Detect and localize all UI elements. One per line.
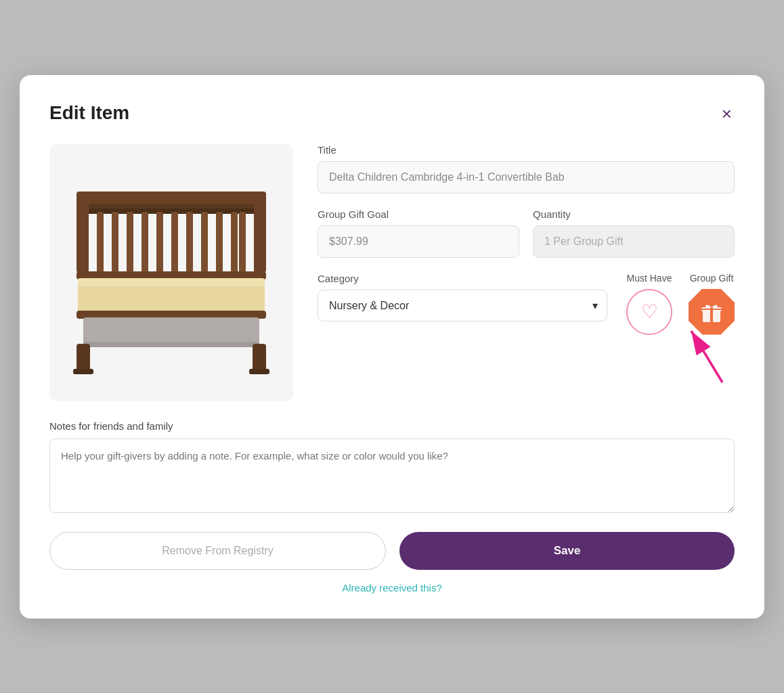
modal-header: Edit Item × xyxy=(49,102,735,125)
notes-textarea[interactable] xyxy=(49,439,735,513)
remove-button[interactable]: Remove From Registry xyxy=(49,532,386,570)
svg-rect-7 xyxy=(112,212,118,273)
quantity-input[interactable] xyxy=(533,225,735,258)
category-toggles-row: Category Nursery & Decor Clothing Feedin… xyxy=(318,273,735,336)
product-image-container xyxy=(49,144,293,401)
svg-rect-22 xyxy=(83,342,259,347)
svg-rect-16 xyxy=(239,212,246,273)
action-row: Remove From Registry Save xyxy=(49,532,735,570)
goal-input[interactable] xyxy=(318,225,519,258)
svg-rect-10 xyxy=(156,212,163,273)
svg-rect-11 xyxy=(171,212,178,273)
product-image xyxy=(63,158,280,388)
svg-rect-30 xyxy=(701,309,722,310)
title-input[interactable] xyxy=(318,161,735,194)
category-select-wrapper: Nursery & Decor Clothing Feeding Bath Tr… xyxy=(318,290,607,321)
svg-rect-24 xyxy=(253,344,266,371)
svg-rect-8 xyxy=(127,212,133,273)
gift-icon xyxy=(700,300,723,323)
group-gift-label: Group Gift xyxy=(690,273,734,284)
title-label: Title xyxy=(318,144,735,156)
notes-label: Notes for friends and family xyxy=(49,420,735,432)
svg-rect-9 xyxy=(141,212,148,273)
form-section: Title Group Gift Goal Quantity xyxy=(318,144,735,401)
svg-rect-3 xyxy=(77,192,266,204)
heart-icon: ♡ xyxy=(641,303,658,321)
category-group: Category Nursery & Decor Clothing Feedin… xyxy=(318,273,607,321)
save-button[interactable]: Save xyxy=(399,532,735,570)
svg-rect-6 xyxy=(97,212,104,273)
category-select[interactable]: Nursery & Decor Clothing Feeding Bath Tr… xyxy=(318,290,607,321)
svg-rect-15 xyxy=(231,212,238,273)
notes-section: Notes for friends and family xyxy=(49,420,735,516)
must-have-toggle: Must Have ♡ xyxy=(626,273,672,335)
received-link[interactable]: Already received this? xyxy=(342,582,442,594)
svg-rect-21 xyxy=(83,317,259,344)
quantity-group: Quantity xyxy=(533,208,735,258)
svg-rect-5 xyxy=(254,192,266,273)
svg-rect-23 xyxy=(77,344,90,371)
received-link-container: Already received this? xyxy=(49,582,735,594)
category-label: Category xyxy=(318,273,607,284)
group-gift-button[interactable] xyxy=(689,289,735,335)
must-have-button[interactable]: ♡ xyxy=(626,289,672,335)
svg-rect-13 xyxy=(201,212,208,273)
svg-rect-19 xyxy=(78,278,265,286)
svg-line-32 xyxy=(691,331,722,382)
must-have-label: Must Have xyxy=(627,273,672,284)
modal-backdrop: Edit Item × xyxy=(0,0,784,693)
svg-rect-4 xyxy=(77,192,89,273)
title-group: Title xyxy=(318,144,735,194)
edit-item-modal: Edit Item × xyxy=(20,75,764,619)
goal-label: Group Gift Goal xyxy=(318,208,519,220)
modal-title: Edit Item xyxy=(49,102,129,124)
group-gift-toggle: Group Gift xyxy=(689,273,735,335)
quantity-label: Quantity xyxy=(533,208,735,220)
svg-rect-26 xyxy=(249,369,269,374)
goal-quantity-row: Group Gift Goal Quantity xyxy=(318,208,735,258)
goal-group: Group Gift Goal xyxy=(318,208,519,258)
svg-rect-25 xyxy=(73,369,93,374)
svg-rect-12 xyxy=(186,212,193,273)
toggles-group: Must Have ♡ Group Gift xyxy=(626,273,735,335)
close-button[interactable]: × xyxy=(719,102,735,125)
modal-body: Title Group Gift Goal Quantity xyxy=(49,144,735,401)
svg-rect-14 xyxy=(216,212,223,273)
